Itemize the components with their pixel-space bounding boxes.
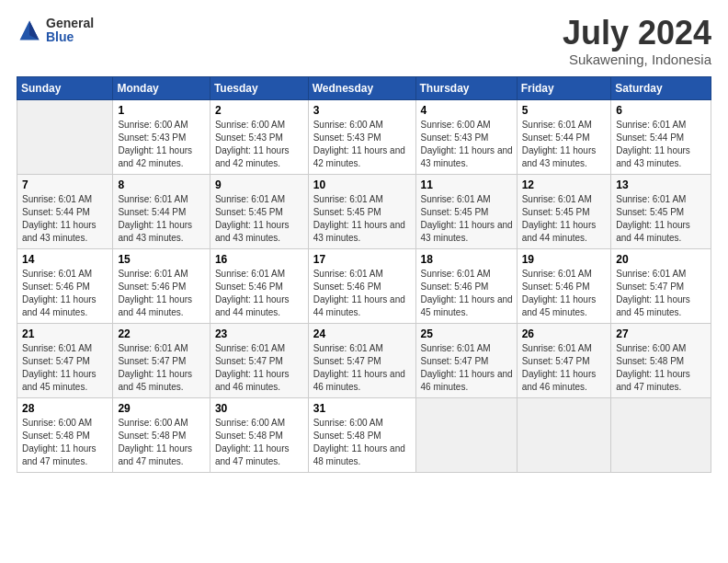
day-cell: 11Sunrise: 6:01 AMSunset: 5:45 PMDayligh… bbox=[415, 175, 517, 249]
day-number: 30 bbox=[215, 402, 304, 415]
day-number: 16 bbox=[215, 253, 304, 266]
day-cell: 29Sunrise: 6:00 AMSunset: 5:48 PMDayligh… bbox=[113, 398, 210, 473]
day-info: Sunrise: 6:01 AMSunset: 5:46 PMDaylight:… bbox=[313, 269, 405, 317]
day-cell bbox=[517, 398, 611, 473]
title-location: Sukawening, Indonesia bbox=[563, 52, 711, 67]
day-cell: 15Sunrise: 6:01 AMSunset: 5:46 PMDayligh… bbox=[113, 249, 210, 324]
day-number: 22 bbox=[118, 327, 205, 340]
day-number: 21 bbox=[22, 327, 108, 340]
logo-blue: Blue bbox=[46, 30, 94, 44]
col-sunday: Sunday bbox=[17, 77, 113, 100]
day-info: Sunrise: 6:00 AMSunset: 5:43 PMDaylight:… bbox=[215, 120, 290, 168]
day-info: Sunrise: 6:01 AMSunset: 5:44 PMDaylight:… bbox=[522, 120, 597, 168]
day-number: 17 bbox=[313, 253, 412, 266]
day-info: Sunrise: 6:01 AMSunset: 5:45 PMDaylight:… bbox=[421, 194, 513, 243]
day-number: 28 bbox=[22, 402, 108, 415]
day-cell: 24Sunrise: 6:01 AMSunset: 5:47 PMDayligh… bbox=[308, 324, 415, 398]
day-number: 31 bbox=[313, 402, 412, 415]
day-cell: 21Sunrise: 6:01 AMSunset: 5:47 PMDayligh… bbox=[17, 324, 113, 398]
week-row-5: 28Sunrise: 6:00 AMSunset: 5:48 PMDayligh… bbox=[17, 398, 711, 473]
col-saturday: Saturday bbox=[611, 77, 711, 100]
day-number: 25 bbox=[421, 327, 513, 340]
logo-icon bbox=[17, 17, 42, 43]
day-number: 20 bbox=[616, 253, 707, 266]
day-number: 2 bbox=[215, 104, 304, 117]
day-info: Sunrise: 6:01 AMSunset: 5:46 PMDaylight:… bbox=[118, 269, 192, 317]
day-info: Sunrise: 6:01 AMSunset: 5:45 PMDaylight:… bbox=[522, 194, 597, 243]
day-info: Sunrise: 6:00 AMSunset: 5:48 PMDaylight:… bbox=[22, 418, 97, 466]
week-row-3: 14Sunrise: 6:01 AMSunset: 5:46 PMDayligh… bbox=[17, 249, 711, 324]
day-info: Sunrise: 6:00 AMSunset: 5:43 PMDaylight:… bbox=[313, 120, 405, 168]
day-info: Sunrise: 6:01 AMSunset: 5:46 PMDaylight:… bbox=[421, 269, 513, 317]
day-number: 5 bbox=[522, 104, 608, 117]
day-info: Sunrise: 6:00 AMSunset: 5:48 PMDaylight:… bbox=[313, 418, 405, 466]
day-number: 10 bbox=[313, 178, 412, 191]
day-info: Sunrise: 6:01 AMSunset: 5:45 PMDaylight:… bbox=[215, 194, 290, 243]
day-number: 6 bbox=[616, 104, 707, 117]
day-number: 11 bbox=[421, 178, 513, 191]
day-info: Sunrise: 6:01 AMSunset: 5:47 PMDaylight:… bbox=[22, 343, 97, 392]
day-cell: 25Sunrise: 6:01 AMSunset: 5:47 PMDayligh… bbox=[415, 324, 517, 398]
day-info: Sunrise: 6:01 AMSunset: 5:45 PMDaylight:… bbox=[313, 194, 405, 243]
day-number: 29 bbox=[118, 402, 205, 415]
day-cell: 4Sunrise: 6:00 AMSunset: 5:43 PMDaylight… bbox=[415, 100, 517, 175]
day-cell: 31Sunrise: 6:00 AMSunset: 5:48 PMDayligh… bbox=[308, 398, 415, 473]
day-number: 24 bbox=[313, 327, 412, 340]
day-info: Sunrise: 6:01 AMSunset: 5:44 PMDaylight:… bbox=[118, 194, 192, 243]
title-block: July 2024 Sukawening, Indonesia bbox=[563, 17, 711, 67]
day-number: 1 bbox=[118, 104, 205, 117]
day-cell: 10Sunrise: 6:01 AMSunset: 5:45 PMDayligh… bbox=[308, 175, 415, 249]
day-cell: 9Sunrise: 6:01 AMSunset: 5:45 PMDaylight… bbox=[210, 175, 308, 249]
week-row-2: 7Sunrise: 6:01 AMSunset: 5:44 PMDaylight… bbox=[17, 175, 711, 249]
day-number: 7 bbox=[22, 178, 108, 191]
day-info: Sunrise: 6:01 AMSunset: 5:47 PMDaylight:… bbox=[616, 269, 690, 317]
day-cell: 12Sunrise: 6:01 AMSunset: 5:45 PMDayligh… bbox=[517, 175, 611, 249]
day-cell: 30Sunrise: 6:00 AMSunset: 5:48 PMDayligh… bbox=[210, 398, 308, 473]
day-cell: 26Sunrise: 6:01 AMSunset: 5:47 PMDayligh… bbox=[517, 324, 611, 398]
header-row: Sunday Monday Tuesday Wednesday Thursday… bbox=[17, 77, 711, 100]
col-wednesday: Wednesday bbox=[308, 77, 415, 100]
day-number: 12 bbox=[522, 178, 608, 191]
day-number: 14 bbox=[22, 253, 108, 266]
day-info: Sunrise: 6:01 AMSunset: 5:47 PMDaylight:… bbox=[421, 343, 513, 392]
day-cell bbox=[415, 398, 517, 473]
col-tuesday: Tuesday bbox=[210, 77, 308, 100]
day-info: Sunrise: 6:01 AMSunset: 5:47 PMDaylight:… bbox=[522, 343, 597, 392]
week-row-4: 21Sunrise: 6:01 AMSunset: 5:47 PMDayligh… bbox=[17, 324, 711, 398]
day-info: Sunrise: 6:00 AMSunset: 5:48 PMDaylight:… bbox=[215, 418, 290, 466]
day-cell: 20Sunrise: 6:01 AMSunset: 5:47 PMDayligh… bbox=[611, 249, 711, 324]
day-cell: 19Sunrise: 6:01 AMSunset: 5:46 PMDayligh… bbox=[517, 249, 611, 324]
header: General Blue July 2024 Sukawening, Indon… bbox=[17, 17, 711, 67]
day-cell: 8Sunrise: 6:01 AMSunset: 5:44 PMDaylight… bbox=[113, 175, 210, 249]
day-info: Sunrise: 6:01 AMSunset: 5:46 PMDaylight:… bbox=[22, 269, 97, 317]
day-cell bbox=[611, 398, 711, 473]
day-cell: 18Sunrise: 6:01 AMSunset: 5:46 PMDayligh… bbox=[415, 249, 517, 324]
logo-text: General Blue bbox=[46, 17, 94, 45]
day-number: 18 bbox=[421, 253, 513, 266]
day-number: 4 bbox=[421, 104, 513, 117]
day-info: Sunrise: 6:01 AMSunset: 5:45 PMDaylight:… bbox=[616, 194, 690, 243]
day-cell: 22Sunrise: 6:01 AMSunset: 5:47 PMDayligh… bbox=[113, 324, 210, 398]
title-month: July 2024 bbox=[563, 17, 711, 50]
day-cell: 7Sunrise: 6:01 AMSunset: 5:44 PMDaylight… bbox=[17, 175, 113, 249]
col-thursday: Thursday bbox=[415, 77, 517, 100]
day-number: 27 bbox=[616, 327, 707, 340]
day-number: 23 bbox=[215, 327, 304, 340]
day-info: Sunrise: 6:00 AMSunset: 5:48 PMDaylight:… bbox=[616, 343, 690, 392]
day-cell: 27Sunrise: 6:00 AMSunset: 5:48 PMDayligh… bbox=[611, 324, 711, 398]
calendar-page: General Blue July 2024 Sukawening, Indon… bbox=[0, 0, 728, 563]
day-info: Sunrise: 6:00 AMSunset: 5:43 PMDaylight:… bbox=[421, 120, 513, 168]
day-number: 15 bbox=[118, 253, 205, 266]
day-info: Sunrise: 6:01 AMSunset: 5:47 PMDaylight:… bbox=[313, 343, 405, 392]
day-info: Sunrise: 6:01 AMSunset: 5:47 PMDaylight:… bbox=[215, 343, 290, 392]
day-info: Sunrise: 6:00 AMSunset: 5:43 PMDaylight:… bbox=[118, 120, 192, 168]
day-cell: 2Sunrise: 6:00 AMSunset: 5:43 PMDaylight… bbox=[210, 100, 308, 175]
day-cell: 16Sunrise: 6:01 AMSunset: 5:46 PMDayligh… bbox=[210, 249, 308, 324]
day-info: Sunrise: 6:00 AMSunset: 5:48 PMDaylight:… bbox=[118, 418, 192, 466]
day-cell: 6Sunrise: 6:01 AMSunset: 5:44 PMDaylight… bbox=[611, 100, 711, 175]
day-cell: 17Sunrise: 6:01 AMSunset: 5:46 PMDayligh… bbox=[308, 249, 415, 324]
day-cell: 13Sunrise: 6:01 AMSunset: 5:45 PMDayligh… bbox=[611, 175, 711, 249]
day-info: Sunrise: 6:01 AMSunset: 5:46 PMDaylight:… bbox=[215, 269, 290, 317]
logo: General Blue bbox=[17, 17, 94, 45]
day-number: 19 bbox=[522, 253, 608, 266]
